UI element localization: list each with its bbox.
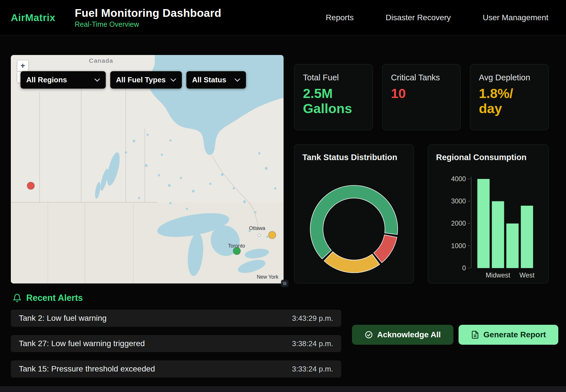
y-tick-label: 2000: [451, 220, 466, 227]
stat-label: Avg Depletion: [479, 73, 540, 82]
nav-reports[interactable]: Reports: [326, 13, 354, 22]
stat-card-critical-tanks: Critical Tanks 10: [382, 64, 461, 130]
stat-card-avg-depletion: Avg Depletion 1.8%/ day: [470, 64, 549, 130]
brand-logo[interactable]: AirMatrix: [11, 12, 55, 23]
map-label-new-york: New York: [257, 274, 279, 280]
tank-status-card: Tank Status Distribution: [294, 144, 414, 283]
consumption-bar-3: [521, 206, 533, 268]
drag-dots-icon: [282, 281, 287, 286]
y-tick-label: 4000: [451, 175, 466, 183]
stats-row: Total Fuel 2.5M Gallons Critical Tanks 1…: [294, 64, 549, 130]
chevron-down-icon: [94, 78, 100, 82]
map-label-ottawa: Ottawa: [249, 225, 265, 231]
fuel-monitoring-dashboard: AirMatrix Fuel Monitoring Dashboard Real…: [0, 0, 566, 392]
main-nav: Reports Disaster Recovery User Managemen…: [326, 13, 566, 22]
check-circle-icon: [365, 330, 373, 339]
critical-tank-marker[interactable]: [27, 182, 34, 189]
alert-list: Tank 2: Low fuel warning 3:43:29 p.m. Ta…: [11, 310, 341, 386]
generate-report-button[interactable]: Generate Report: [459, 325, 558, 345]
acknowledge-all-label: Acknowledge All: [377, 330, 441, 339]
alert-message: Tank 27: Low fuel warning triggered: [19, 339, 145, 348]
charts-row: Tank Status Distribution Regional Consum…: [294, 144, 549, 283]
donut-segment-yellow: [324, 252, 380, 273]
ottawa-city-dot: [258, 234, 260, 237]
y-tick-label: 0: [462, 264, 466, 272]
map-panel[interactable]: Canada Ottawa Toronto New York + All Reg…: [11, 55, 284, 283]
regional-consumption-title: Regional Consumption: [436, 153, 540, 162]
alert-message: Tank 15: Pressure threshold exceeded: [19, 364, 155, 373]
generate-report-label: Generate Report: [483, 330, 546, 339]
donut-segment-red: [374, 235, 397, 263]
stat-value: 2.5M Gallons: [303, 86, 364, 116]
window-bottom-bar: [0, 386, 566, 392]
fuel-type-filter-value: All Fuel Types: [116, 75, 166, 84]
map-canvas[interactable]: Canada Ottawa Toronto New York: [11, 55, 284, 283]
stat-card-total-fuel: Total Fuel 2.5M Gallons: [294, 64, 373, 130]
map-filter-bar: All Regions All Fuel Types All Status: [21, 71, 246, 89]
stat-label: Total Fuel: [303, 73, 364, 82]
chevron-down-icon: [235, 78, 240, 82]
alert-actions: Acknowledge All Generate Report: [352, 325, 558, 345]
alert-row[interactable]: Tank 15: Pressure threshold exceeded 3:3…: [11, 360, 341, 377]
normal-tank-marker[interactable]: [233, 247, 241, 255]
x-axis-label: West: [519, 271, 534, 279]
nav-disaster-recovery[interactable]: Disaster Recovery: [386, 13, 451, 22]
page-title: Fuel Monitoring Dashboard: [75, 7, 221, 19]
status-filter-value: All Status: [192, 75, 226, 84]
consumption-bar-2: [506, 224, 519, 268]
title-block: Fuel Monitoring Dashboard Real-Time Over…: [75, 7, 221, 28]
alert-time: 3:38:24 p.m.: [292, 339, 333, 348]
consumption-bar-0: [477, 179, 490, 268]
chevron-down-icon: [170, 78, 176, 82]
bell-icon: [13, 293, 22, 303]
page-subtitle: Real-Time Overview: [75, 20, 221, 28]
donut-wrap: [302, 182, 406, 276]
y-tick-label: 1000: [451, 242, 466, 250]
alerts-heading: Recent Alerts: [13, 293, 83, 303]
stat-value: 1.8%/ day: [479, 86, 540, 116]
region-filter-value: All Regions: [26, 75, 67, 84]
map-resize-handle[interactable]: [281, 280, 288, 287]
stat-value: 10: [391, 86, 452, 101]
consumption-bar-1: [492, 201, 504, 268]
zoom-in-button[interactable]: +: [17, 60, 28, 71]
regional-consumption-card: Regional Consumption 01000200030004000Mi…: [428, 144, 549, 283]
alert-row[interactable]: Tank 2: Low fuel warning 3:43:29 p.m.: [11, 310, 341, 327]
map-label-canada: Canada: [89, 57, 113, 64]
alert-row[interactable]: Tank 27: Low fuel warning triggered 3:38…: [11, 335, 341, 352]
status-filter-dropdown[interactable]: All Status: [186, 71, 246, 89]
warning-tank-marker[interactable]: [268, 231, 276, 239]
document-icon: [471, 330, 479, 339]
region-filter-dropdown[interactable]: All Regions: [21, 71, 106, 89]
acknowledge-all-button[interactable]: Acknowledge All: [352, 325, 453, 345]
y-tick-label: 3000: [451, 197, 466, 205]
alert-time: 3:33:24 p.m.: [292, 365, 333, 373]
regional-consumption-chart: 01000200030004000MidwestWest: [436, 168, 542, 280]
alerts-heading-label: Recent Alerts: [26, 293, 83, 303]
alert-time: 3:43:29 p.m.: [292, 314, 333, 323]
nav-user-management[interactable]: User Management: [483, 13, 548, 22]
stat-label: Critical Tanks: [391, 73, 452, 82]
app-header: AirMatrix Fuel Monitoring Dashboard Real…: [0, 0, 566, 35]
fuel-type-filter-dropdown[interactable]: All Fuel Types: [110, 71, 182, 89]
x-axis-label: Midwest: [486, 271, 510, 279]
tank-status-title: Tank Status Distribution: [302, 153, 406, 162]
tank-status-donut: [307, 182, 401, 276]
alert-message: Tank 2: Low fuel warning: [19, 314, 107, 323]
